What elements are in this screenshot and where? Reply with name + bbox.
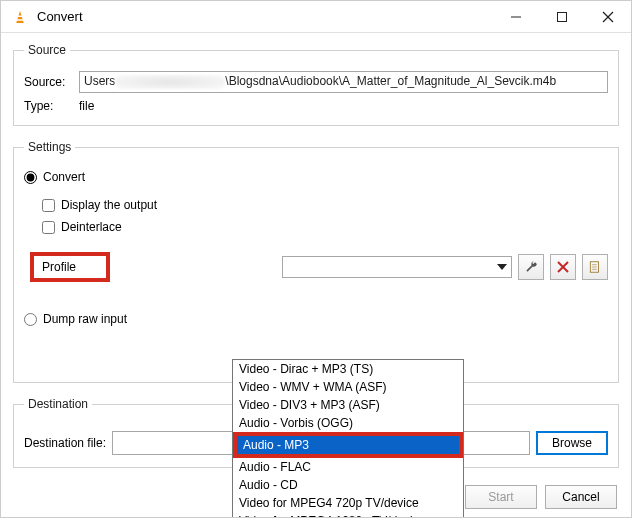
svg-rect-1 [17, 19, 23, 21]
type-label: Type: [24, 99, 79, 113]
profile-option[interactable]: Video for MPEG4 1080p TV/device [233, 512, 463, 518]
new-profile-button[interactable] [582, 254, 608, 280]
profile-option[interactable]: Audio - CD [233, 476, 463, 494]
profile-option[interactable]: Video - DIV3 + MP3 (ASF) [233, 396, 463, 414]
vlc-app-icon [11, 8, 29, 26]
dump-raw-radio[interactable] [24, 313, 37, 326]
profile-label: Profile [30, 252, 110, 282]
settings-group: Settings Convert Display the output Dein… [13, 140, 619, 383]
maximize-button[interactable] [539, 1, 585, 32]
cancel-button[interactable]: Cancel [545, 485, 617, 509]
profile-dropdown-list[interactable]: Video - Dirac + MP3 (TS)Video - WMV + WM… [232, 359, 464, 518]
edit-profile-button[interactable] [518, 254, 544, 280]
source-path-field[interactable]: Users\Blogsdna\Audiobook\A_Matter_of_Mag… [79, 71, 608, 93]
minimize-button[interactable] [493, 1, 539, 32]
profile-option[interactable]: Audio - FLAC [233, 458, 463, 476]
svg-marker-6 [497, 264, 507, 270]
new-doc-icon [588, 260, 602, 274]
titlebar: Convert [1, 1, 631, 33]
redacted-path-segment [115, 75, 225, 89]
settings-legend: Settings [24, 140, 75, 154]
source-legend: Source [24, 43, 70, 57]
dump-raw-label: Dump raw input [43, 312, 127, 326]
window-title: Convert [37, 9, 493, 24]
convert-radio-label: Convert [43, 170, 85, 184]
wrench-icon [524, 260, 538, 274]
delete-x-icon [557, 261, 569, 273]
profile-option[interactable]: Video - WMV + WMA (ASF) [233, 378, 463, 396]
chevron-down-icon [497, 264, 507, 270]
svg-rect-0 [18, 15, 23, 17]
display-output-label: Display the output [61, 198, 157, 212]
profile-option[interactable]: Video - Dirac + MP3 (TS) [233, 360, 463, 378]
profile-option[interactable]: Audio - Vorbis (OGG) [233, 414, 463, 432]
convert-radio[interactable] [24, 171, 37, 184]
close-button[interactable] [585, 1, 631, 32]
source-label: Source: [24, 75, 79, 89]
destination-file-label: Destination file: [24, 436, 106, 450]
profile-option[interactable]: Video for MPEG4 720p TV/device [233, 494, 463, 512]
source-group: Source Source: Users\Blogsdna\Audiobook\… [13, 43, 619, 126]
destination-legend: Destination [24, 397, 92, 411]
deinterlace-checkbox[interactable] [42, 221, 55, 234]
type-value: file [79, 99, 94, 113]
delete-profile-button[interactable] [550, 254, 576, 280]
deinterlace-label: Deinterlace [61, 220, 122, 234]
display-output-checkbox[interactable] [42, 199, 55, 212]
svg-rect-3 [558, 12, 567, 21]
profile-combobox[interactable] [282, 256, 512, 278]
browse-button[interactable]: Browse [536, 431, 608, 455]
profile-option[interactable]: Audio - MP3 [237, 436, 459, 454]
start-button[interactable]: Start [465, 485, 537, 509]
